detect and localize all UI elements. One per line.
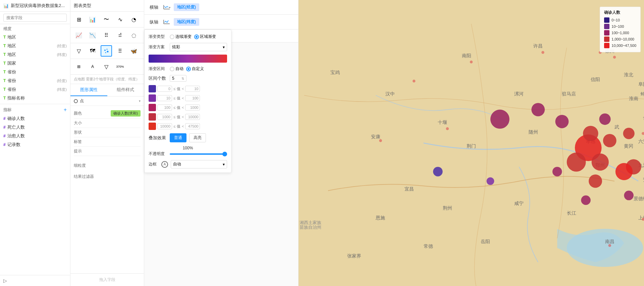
chevron-down-icon[interactable]: ▾ xyxy=(139,99,141,103)
dim-item-2[interactable]: T 地区 (纬度) xyxy=(0,50,70,59)
svg-point-62 xyxy=(603,134,616,147)
border-row: 边框 A 自动 ▾ xyxy=(149,160,227,168)
svg-point-2 xyxy=(107,51,109,53)
radio-region[interactable]: 区域渐变 xyxy=(194,34,216,40)
chart-icon-pointmap[interactable] xyxy=(101,45,112,57)
svg-point-63 xyxy=(490,110,509,129)
size-label: 大小 xyxy=(74,120,82,126)
border-select[interactable]: 自动 ▾ xyxy=(171,160,227,168)
svg-text:苗族自治州: 苗族自治州 xyxy=(300,225,321,230)
tab-graphic-properties[interactable]: 图形属性 xyxy=(70,84,107,96)
range-to-0[interactable] xyxy=(185,86,200,92)
svg-text:淮北: 淮北 xyxy=(624,72,633,77)
chart-icon-bar[interactable]: 📊 xyxy=(87,14,98,25)
effect-normal-btn[interactable]: 普通 xyxy=(170,133,186,142)
svg-point-74 xyxy=(615,163,633,180)
dim-item-5[interactable]: T 省份 (经度) xyxy=(0,76,70,85)
metric-item-0[interactable]: # 确诊人数 xyxy=(0,114,70,123)
metric-item-1[interactable]: # 死亡人数 xyxy=(0,123,70,132)
search-input[interactable] xyxy=(3,14,67,22)
svg-text:武: 武 xyxy=(614,124,619,130)
range-from-0[interactable] xyxy=(157,86,172,92)
document-icon: 📊 xyxy=(3,3,9,8)
range-from-1[interactable] xyxy=(157,95,172,101)
opacity-slider[interactable] xyxy=(170,153,227,155)
collapse-icon[interactable]: ▷ xyxy=(3,278,7,283)
range-to-2[interactable] xyxy=(185,104,200,111)
chart-icon-dotplot[interactable]: ⠿ xyxy=(101,29,112,41)
count-input[interactable]: 5 ⇅ xyxy=(170,75,186,82)
chart-icon-line[interactable]: 📈 xyxy=(73,29,85,41)
border-auto-icon: A xyxy=(161,161,168,168)
chart-icon-bar2[interactable]: 📉 xyxy=(87,29,98,41)
radio-custom-label: 自定义 xyxy=(192,66,204,72)
range-from-4[interactable] xyxy=(157,123,172,129)
chart-type-header: 图表类型 xyxy=(70,0,144,12)
chart-icon-pivot[interactable]: ⊞ xyxy=(73,61,85,72)
dim-item-0[interactable]: T 地区 xyxy=(0,33,70,42)
effect-label: 叠加效果 xyxy=(149,135,167,141)
chart-icon-donut[interactable]: ◌ xyxy=(128,29,140,41)
svg-text:荆门: 荆门 xyxy=(467,143,476,149)
range-from-2[interactable] xyxy=(157,104,172,111)
svg-text:六安: 六安 xyxy=(638,139,644,144)
svg-text:漯河: 漯河 xyxy=(514,91,524,96)
search-area xyxy=(0,12,70,24)
radio-auto[interactable]: 自动 xyxy=(170,66,183,72)
chart-icon-bubble[interactable]: ⠾ xyxy=(114,29,126,41)
svg-text:咸宁: 咸宁 xyxy=(514,201,524,206)
range-to-4[interactable] xyxy=(185,123,200,129)
chevron-down-scheme: ▾ xyxy=(223,45,225,50)
metric-item-2[interactable]: # 治愈人数 xyxy=(0,132,70,140)
dim-tag-2: T xyxy=(3,52,6,57)
dim-item-4[interactable]: T 省份 xyxy=(0,68,70,76)
left-sidebar: 📊 新型冠状病毒肺炎数据集2... 维度 T 地区 T 地区 (经度) T 地区… xyxy=(0,0,70,286)
opacity-thumb[interactable] xyxy=(222,152,227,156)
dim-label-0: 地区 xyxy=(7,34,16,40)
chart-icon-table[interactable]: ⊞ xyxy=(73,14,85,25)
lt-sym-2: < xyxy=(182,105,184,110)
dim-item-6[interactable]: T 省份 (纬度) xyxy=(0,85,70,94)
gradient-scheme-select[interactable]: 炫彩 ▾ xyxy=(170,43,227,51)
chart-icon-filter[interactable]: ▽ xyxy=(101,61,112,72)
effect-highlight-btn[interactable]: 高亮 xyxy=(189,133,206,142)
range-to-1[interactable] xyxy=(185,95,200,101)
radio-auto-label: 自动 xyxy=(175,66,183,72)
gradient-type-label: 渐变类型 xyxy=(149,34,167,40)
color-range-4: ≤ 值 < xyxy=(149,123,227,130)
effect-row: 叠加效果 普通 高亮 xyxy=(149,133,227,142)
dim-item-7[interactable]: T 指标名称 xyxy=(0,94,70,102)
swatch-2 xyxy=(149,104,156,111)
radio-continuous[interactable]: 连续渐变 xyxy=(170,34,192,40)
lt-sym-1: < xyxy=(182,96,184,100)
color-prop-row: 颜色 确诊人数(求和) xyxy=(74,109,141,119)
lte-sym-4: ≤ xyxy=(173,124,175,128)
dim-item-1[interactable]: T 地区 (经度) xyxy=(0,42,70,50)
metric-tag-3: # xyxy=(3,142,6,147)
chart-icon-heatmap[interactable]: ⠿ xyxy=(114,45,126,57)
label-prop-row: 标签 xyxy=(74,137,141,147)
chart-icon-wave[interactable]: 〜 xyxy=(101,14,112,25)
chart-icon-text[interactable]: A xyxy=(87,61,98,72)
color-value[interactable]: 确诊人数(求和) xyxy=(111,110,141,117)
chart-icon-geo[interactable]: 🦋 xyxy=(128,45,140,57)
dim-tag-5: T xyxy=(3,78,6,83)
dim-item-3[interactable]: T 国家 xyxy=(0,59,70,68)
gradient-interval-group: 自动 自定义 xyxy=(170,66,204,72)
tab-component-style[interactable]: 组件样式 xyxy=(107,84,144,96)
range-to-3[interactable] xyxy=(185,114,200,120)
chart-icon-funnel[interactable]: ▽ xyxy=(73,45,85,57)
add-metric-button[interactable]: + xyxy=(64,107,67,113)
range-from-3[interactable] xyxy=(157,114,172,120)
x-axis-tag[interactable]: 地区(经度) xyxy=(174,3,199,11)
count-spinner[interactable]: ⇅ xyxy=(181,77,184,80)
chart-icon-map[interactable]: 🗺 xyxy=(87,45,98,57)
svg-text:黄冈: 黄冈 xyxy=(624,143,633,149)
opacity-slider-wrap[interactable] xyxy=(170,153,227,155)
chart-icon-scatter[interactable]: ∿ xyxy=(114,14,126,25)
chart-icon-pager[interactable]: 370% xyxy=(114,61,126,72)
y-axis-tag[interactable]: 地区(纬度) xyxy=(174,18,199,26)
metric-item-3[interactable]: # 记录数 xyxy=(0,140,70,149)
chart-icon-pie[interactable]: ◔ xyxy=(128,14,140,25)
radio-custom[interactable]: 自定义 xyxy=(186,66,204,72)
